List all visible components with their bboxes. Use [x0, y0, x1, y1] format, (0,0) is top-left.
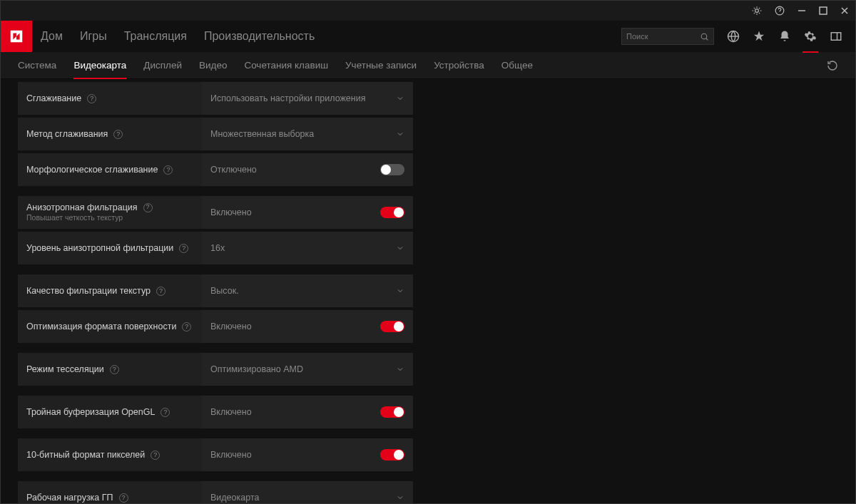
toggle-switch[interactable] [380, 164, 404, 175]
setting-row: Сглаживание?Использовать настройки прило… [18, 82, 413, 115]
setting-label: 10-битный формат пикселей? [18, 438, 202, 471]
chevron-down-icon [396, 244, 404, 252]
setting-value[interactable]: Использовать настройки приложения [202, 82, 413, 115]
setting-value[interactable]: Оптимизировано AMD [202, 353, 413, 386]
chevron-down-icon [396, 365, 404, 374]
search-placeholder: Поиск [626, 32, 700, 41]
chevron-down-icon [396, 287, 404, 295]
setting-label: Рабочая нагрузка ГП? [18, 481, 202, 503]
settings-content: Сглаживание?Использовать настройки прило… [1, 79, 855, 503]
nav-tab-0[interactable]: Дом [41, 30, 63, 43]
maximize-button[interactable] [818, 6, 828, 16]
svg-rect-5 [831, 33, 841, 41]
value-text: Множественная выборка [210, 129, 314, 139]
toggle-switch[interactable] [380, 406, 404, 418]
minimize-button[interactable] [797, 6, 807, 16]
setting-row: Качество фильтрации текстур?Высок. [18, 274, 413, 307]
settings-tabs: СистемаВидеокартаДисплейВидеоСочетания к… [1, 52, 855, 79]
setting-label: Тройная буферизация OpenGL? [18, 396, 202, 428]
settings-tab-7[interactable]: Общее [501, 52, 533, 79]
value-text: Оптимизировано AMD [210, 364, 303, 374]
setting-row: Уровень анизотропной фильтрации?16x [18, 232, 413, 264]
value-text: Включено [210, 207, 252, 217]
help-icon[interactable] [774, 5, 785, 16]
gear-icon[interactable] [804, 30, 817, 43]
help-icon[interactable]: ? [151, 451, 160, 460]
setting-label: Качество фильтрации текстур? [18, 274, 202, 307]
help-icon[interactable]: ? [182, 322, 191, 331]
setting-value[interactable]: Включено [202, 396, 413, 428]
settings-tab-5[interactable]: Учетные записи [345, 52, 417, 79]
setting-row: Режим тесселяции?Оптимизировано AMD [18, 353, 413, 386]
setting-value[interactable]: Включено [202, 438, 413, 471]
settings-tab-0[interactable]: Система [18, 52, 56, 79]
value-text: Высок. [210, 286, 239, 296]
chevron-down-icon [396, 130, 404, 138]
setting-value[interactable]: Множественная выборка [202, 118, 413, 150]
chevron-down-icon [396, 94, 404, 103]
reset-all-button[interactable] [827, 60, 838, 71]
setting-value[interactable]: Включено [202, 310, 413, 343]
help-icon[interactable]: ? [110, 365, 119, 374]
setting-row: Тройная буферизация OpenGL?Включено [18, 396, 413, 428]
setting-value[interactable]: Включено [202, 196, 413, 229]
help-icon[interactable]: ? [160, 408, 170, 417]
nav-tab-2[interactable]: Трансляция [124, 30, 187, 43]
nav-tab-1[interactable]: Игры [80, 30, 107, 43]
svg-point-0 [755, 9, 759, 13]
titlebar [1, 1, 855, 21]
bug-icon[interactable] [751, 5, 763, 16]
setting-row: Анизотропная фильтрация?Повышает четкост… [18, 196, 413, 229]
help-icon[interactable]: ? [163, 165, 173, 175]
help-icon[interactable]: ? [87, 94, 96, 103]
web-icon[interactable] [727, 30, 740, 43]
setting-label: Уровень анизотропной фильтрации? [18, 232, 202, 264]
app-window: ДомИгрыТрансляцияПроизводительность Поис… [0, 0, 856, 504]
amd-logo[interactable] [1, 21, 32, 52]
bell-icon[interactable] [778, 30, 791, 43]
setting-label: Сглаживание? [18, 82, 202, 115]
value-text: Использовать настройки приложения [210, 93, 365, 103]
search-icon [700, 32, 709, 41]
setting-row: 10-битный формат пикселей?Включено [18, 438, 413, 471]
setting-label: Оптимизация формата поверхности? [18, 310, 202, 343]
nav-tab-3[interactable]: Производительность [204, 30, 315, 43]
svg-rect-2 [820, 7, 827, 14]
panel-icon[interactable] [830, 30, 842, 43]
setting-row: Рабочая нагрузка ГП?Видеокарта [18, 481, 413, 503]
help-icon[interactable]: ? [119, 493, 128, 503]
settings-tab-1[interactable]: Видеокарта [73, 52, 126, 79]
close-button[interactable] [840, 6, 850, 16]
help-icon[interactable]: ? [143, 203, 153, 212]
value-text: Включено [210, 407, 252, 417]
setting-row: Морфологическое сглаживание?Отключено [18, 153, 413, 186]
settings-tab-3[interactable]: Видео [199, 52, 227, 79]
help-icon[interactable]: ? [179, 244, 188, 253]
setting-label: Метод сглаживания? [18, 118, 202, 150]
setting-row: Метод сглаживания?Множественная выборка [18, 118, 413, 150]
toggle-switch[interactable] [380, 321, 404, 332]
toggle-switch[interactable] [380, 207, 404, 218]
settings-tab-6[interactable]: Устройства [434, 52, 484, 79]
help-icon[interactable]: ? [113, 130, 123, 139]
top-nav: ДомИгрыТрансляцияПроизводительность Поис… [1, 21, 855, 52]
setting-label: Анизотропная фильтрация?Повышает четкост… [18, 196, 202, 229]
value-text: Включено [210, 322, 252, 331]
setting-value[interactable]: 16x [202, 232, 413, 264]
settings-tab-4[interactable]: Сочетания клавиш [244, 52, 328, 79]
star-icon[interactable] [753, 30, 765, 43]
search-input[interactable]: Поиск [621, 28, 714, 45]
setting-label: Режим тесселяции? [18, 353, 202, 386]
setting-value[interactable]: Отключено [202, 153, 413, 186]
value-text: 16x [210, 243, 225, 253]
setting-value[interactable]: Высок. [202, 274, 413, 307]
settings-tab-2[interactable]: Дисплей [143, 52, 182, 79]
setting-value[interactable]: Видеокарта [202, 481, 413, 503]
value-text: Включено [210, 450, 252, 460]
chevron-down-icon [396, 493, 404, 502]
value-text: Видеокарта [210, 493, 259, 503]
value-text: Отключено [210, 165, 257, 175]
help-icon[interactable]: ? [156, 287, 165, 296]
toggle-switch[interactable] [380, 449, 404, 461]
svg-point-3 [701, 34, 707, 39]
